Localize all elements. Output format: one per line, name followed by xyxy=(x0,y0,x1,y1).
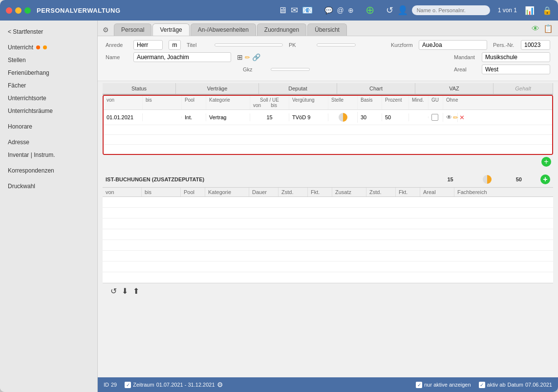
header-gu: GU xyxy=(429,96,443,109)
link-icon[interactable]: 🔗 xyxy=(252,53,260,61)
mandant-label: Mandant xyxy=(454,54,476,60)
sidebar-back[interactable]: < Startfenster xyxy=(0,25,97,38)
section-vaz: VAZ xyxy=(415,83,494,94)
sidebar-item-stellen[interactable]: Stellen xyxy=(0,54,97,66)
gkz-field[interactable] xyxy=(271,68,310,71)
close-button[interactable] xyxy=(6,7,12,14)
sidebar-item-druckwahl[interactable]: Druckwahl xyxy=(0,180,97,193)
pie-chart-icon xyxy=(339,113,347,122)
edit-btn[interactable]: ✏ xyxy=(453,114,458,121)
sidebar-item-faecher[interactable]: Fächer xyxy=(0,79,97,92)
anrede-field[interactable]: Herr xyxy=(133,40,163,50)
nur-aktive-checkbox[interactable]: ✓ xyxy=(416,382,422,388)
minimize-button[interactable] xyxy=(15,7,21,14)
sidebar-item-unterricht[interactable]: Unterricht xyxy=(0,41,97,54)
app-icon[interactable]: ⊕ xyxy=(348,6,354,14)
mail2-icon[interactable]: 📧 xyxy=(302,5,313,16)
refresh-action-icon[interactable]: ↺ xyxy=(110,286,117,296)
sidebar-item-unterrichtsraeume[interactable]: Unterrichtsräume xyxy=(0,105,97,117)
ist-empty-row-4 xyxy=(103,229,553,240)
titel-label: Titel xyxy=(187,42,209,48)
anrede-label: Anrede xyxy=(106,42,128,48)
statusbar-aktiv-ab: ✓ aktiv ab Datum 07.06.2021 xyxy=(479,382,552,388)
areal-field[interactable]: West xyxy=(482,65,550,74)
ist-empty-row-6 xyxy=(103,251,553,261)
ist-empty-row-1 xyxy=(103,197,553,208)
name-label: Name xyxy=(106,54,128,60)
mandant-field[interactable]: Musikschule xyxy=(482,52,550,62)
monitor-icon[interactable]: 🖥 xyxy=(278,5,287,16)
add-button[interactable]: ⊕ xyxy=(365,4,374,17)
add-ist-button[interactable]: + xyxy=(540,174,550,184)
maximize-button[interactable] xyxy=(24,7,31,14)
header-ohne: Ohne xyxy=(443,96,468,109)
search-input[interactable] xyxy=(412,5,490,15)
ist-header-von: von xyxy=(103,188,142,196)
at-icon[interactable]: @ xyxy=(337,6,343,14)
sidebar-item-honorare[interactable]: Honorare xyxy=(0,120,97,133)
eye-icon[interactable]: 👁 xyxy=(532,24,539,33)
refresh-icon[interactable]: ↺ xyxy=(386,5,393,16)
titel-field[interactable] xyxy=(215,44,283,46)
chart-icon[interactable]: 📊 xyxy=(525,6,535,15)
sidebar-item-adresse[interactable]: Adresse xyxy=(0,136,97,149)
ist-empty-row-7 xyxy=(103,261,553,272)
section-chart: Chart xyxy=(337,83,415,94)
zeitraum-checkbox[interactable]: ✓ xyxy=(125,382,131,388)
tab-uebersicht[interactable]: Übersicht xyxy=(307,23,347,36)
sidebar-item-unterrichtsorte[interactable]: Unterrichtsorte xyxy=(0,92,97,105)
pers-nr-field[interactable]: 10023 xyxy=(521,40,550,50)
ist-header-zstd2: Zstd. xyxy=(366,188,396,196)
statusbar-id: ID 29 xyxy=(104,382,117,388)
name-icons: ⊞ ✏ 🔗 xyxy=(237,53,260,61)
mail-icon[interactable]: ✉ xyxy=(291,5,298,16)
content-area: ⚙ Personal Verträge An-/Abwesenheiten Zu… xyxy=(98,21,558,392)
tab-right-icons: 👁 📋 xyxy=(532,24,553,35)
delete-btn[interactable]: ✕ xyxy=(459,114,465,121)
ist-basis-val: 50 xyxy=(516,176,522,182)
sidebar-item-ferienuberhang[interactable]: Ferienüberhang xyxy=(0,66,97,79)
section-status: Status xyxy=(103,83,176,94)
bottom-actions: ↺ ⬇ ⬆ xyxy=(103,283,553,299)
tab-personal[interactable]: Personal xyxy=(114,23,151,36)
add-contract-row: + xyxy=(103,156,553,168)
sidebar-item-inventar[interactable]: Inventar | Instrum. xyxy=(0,149,97,161)
edit-name-icon[interactable]: ✏ xyxy=(245,54,250,61)
table-icon[interactable]: ⊞ xyxy=(237,53,243,61)
sms-icon[interactable]: 💬 xyxy=(324,6,333,14)
cell-stelle xyxy=(328,112,358,123)
view-btn[interactable]: 👁 xyxy=(446,114,452,121)
tab-zuordnungen[interactable]: Zuordnungen xyxy=(257,23,306,36)
statusbar-nur-aktive: ✓ nur aktive anzeigen xyxy=(416,382,471,388)
gu-checkbox[interactable] xyxy=(431,114,438,121)
kurzform-field[interactable]: AueJoa xyxy=(419,40,487,50)
cell-prozent: 50 xyxy=(382,113,409,121)
sidebar-item-korrespondenzen[interactable]: Korrespondenzen xyxy=(0,164,97,177)
upload-action-icon[interactable]: ⬆ xyxy=(133,286,139,296)
statusbar: ID 29 ✓ Zeitraum 01.07.2021 - 31.12.2021… xyxy=(98,377,558,392)
pk-field[interactable] xyxy=(317,44,356,46)
kurzform-label: Kurzform xyxy=(391,42,413,48)
download-action-icon[interactable]: ⬇ xyxy=(122,286,128,296)
cell-kategorie: Vertrag xyxy=(206,113,250,121)
header-pool: Pool xyxy=(182,96,206,109)
aktiv-ab-checkbox[interactable]: ✓ xyxy=(479,382,485,388)
user-icon[interactable]: 👤 xyxy=(397,5,408,16)
add-contract-button[interactable]: + xyxy=(541,157,551,167)
app-title: PERSONALVERWALTUNG xyxy=(37,7,278,14)
ist-header-dauer: Dauer xyxy=(249,188,279,196)
contracts-table-wrapper: von bis Pool Kategorie Soll / UE von bis xyxy=(103,95,553,155)
tab-anabwesenheiten[interactable]: An-/Abwesenheiten xyxy=(191,23,256,36)
name-field[interactable]: Auermann, Joachim xyxy=(133,52,231,62)
person-header: Anrede Herr m Titel PK Kurzform AueJoa P… xyxy=(98,36,558,81)
tab-vertraege[interactable]: Verträge xyxy=(152,23,189,36)
note-icon[interactable]: 📋 xyxy=(543,24,553,33)
gender-field[interactable]: m xyxy=(169,40,181,50)
ist-header-areal: Areal xyxy=(420,188,454,196)
zeitraum-gear-icon[interactable]: ⚙ xyxy=(217,381,223,389)
window-controls xyxy=(6,7,31,14)
tab-settings-icon[interactable]: ⚙ xyxy=(103,26,109,34)
ist-empty-row-3 xyxy=(103,218,553,229)
contract-row[interactable]: 01.01.2021 Int. Vertrag 15 TVöD 9 30 50 xyxy=(104,110,552,125)
header-kategorie: Kategorie xyxy=(206,96,250,109)
